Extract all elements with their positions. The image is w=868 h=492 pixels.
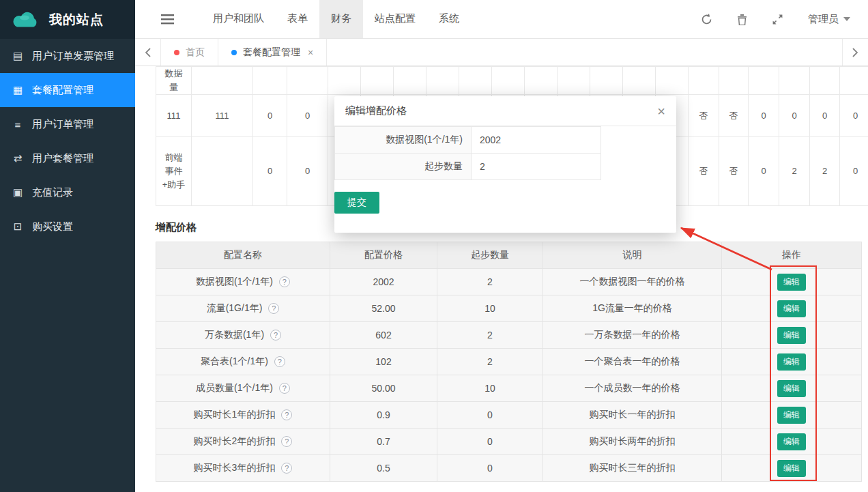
package-icon: ▦ xyxy=(11,84,25,96)
fullscreen-button[interactable] xyxy=(772,14,783,25)
upper-table-cell: 否 xyxy=(689,137,719,206)
upper-table-cell xyxy=(623,67,656,95)
upper-table-cell xyxy=(656,67,689,95)
sidebar-item-label: 用户订单发票管理 xyxy=(32,50,114,63)
nav-site-config[interactable]: 站点配置 xyxy=(363,0,427,38)
config-desc: 购买时长一年的折扣 xyxy=(543,402,722,429)
list-icon: ≡ xyxy=(11,119,25,130)
start-qty: 0 xyxy=(437,402,543,429)
sidebar-item-package-config[interactable]: ▦ 套餐配置管理 xyxy=(0,73,135,107)
sidebar-item-user-package[interactable]: ⇄ 用户套餐管理 xyxy=(0,141,135,175)
submit-button[interactable]: 提交 xyxy=(334,192,379,214)
config-desc: 1G流量一年的价格 xyxy=(543,295,722,322)
upper-table-cell: 否 xyxy=(719,95,749,137)
cloud-logo-icon xyxy=(11,10,41,30)
config-price: 2002 xyxy=(330,269,437,295)
upper-table-cell: 0 xyxy=(779,95,810,137)
topbar-actions: 管理员 xyxy=(701,13,850,26)
sidebar-item-user-order[interactable]: ≡ 用户订单管理 xyxy=(0,107,135,141)
tabs-scroll-right-button[interactable] xyxy=(842,39,868,66)
clear-cache-button[interactable] xyxy=(737,14,747,25)
nav-system[interactable]: 系统 xyxy=(427,0,471,38)
help-icon[interactable]: ? xyxy=(281,409,292,420)
price-table-row: 购买时长1年的折扣 ? 0.9 0 购买时长一年的折扣 编辑 xyxy=(156,402,862,429)
price-table-row: 购买时长2年的折扣 ? 0.7 0 购买时长两年的折扣 编辑 xyxy=(156,429,862,455)
config-desc: 一个数据视图一年的价格 xyxy=(543,269,722,295)
upper-table-cell: 0 xyxy=(253,137,287,206)
upper-table-cell xyxy=(719,67,749,95)
modal-close-icon[interactable]: × xyxy=(657,104,665,118)
price-table-header: 配置名称 配置价格 起步数量 说明 操作 xyxy=(156,242,862,269)
start-qty: 2 xyxy=(437,322,543,349)
config-desc: 一万条数据一年的价格 xyxy=(543,322,722,349)
upper-table-cell xyxy=(840,67,868,95)
site-name: 我的站点 xyxy=(49,11,104,29)
price-input[interactable] xyxy=(472,127,601,153)
sidebar-item-label: 用户套餐管理 xyxy=(32,152,93,165)
tab-home[interactable]: 首页 xyxy=(161,39,218,66)
nav-forms[interactable]: 表单 xyxy=(276,0,319,38)
refresh-button[interactable] xyxy=(701,14,712,25)
upper-table-row: 数据量 xyxy=(156,67,868,95)
upper-table-cell: 0 xyxy=(840,95,868,137)
upper-table-cell: 0 xyxy=(810,95,840,137)
upper-table-cell xyxy=(192,67,253,95)
config-price: 50.00 xyxy=(330,375,437,402)
config-desc: 一个聚合表一年的价格 xyxy=(543,349,722,375)
start-qty: 10 xyxy=(437,295,543,322)
sidebar-item-recharge-record[interactable]: ▣ 充值记录 xyxy=(0,175,135,209)
edit-button[interactable]: 编辑 xyxy=(777,380,806,397)
config-name: 数据视图(1个/1年) xyxy=(196,276,273,288)
sidebar-item-purchase-settings[interactable]: ⊡ 购买设置 xyxy=(0,209,135,244)
upper-table-cell xyxy=(749,67,779,95)
edit-button[interactable]: 编辑 xyxy=(777,353,806,371)
upper-table-cell: 否 xyxy=(719,137,749,206)
edit-button[interactable]: 编辑 xyxy=(777,460,806,477)
edit-button[interactable]: 编辑 xyxy=(777,274,806,291)
edit-button[interactable]: 编辑 xyxy=(777,433,806,450)
upper-table-cell xyxy=(328,67,361,95)
upper-table-cell xyxy=(558,67,590,95)
start-qty-input[interactable] xyxy=(472,154,601,179)
upper-table-cell: 111 xyxy=(156,95,192,137)
config-price: 602 xyxy=(330,322,437,349)
help-icon[interactable]: ? xyxy=(281,436,292,447)
sidebar-toggle-button[interactable] xyxy=(161,14,174,25)
edit-button[interactable]: 编辑 xyxy=(777,407,806,424)
help-icon[interactable]: ? xyxy=(281,463,292,474)
help-icon[interactable]: ? xyxy=(274,356,285,367)
upper-table-cell: 111 xyxy=(192,95,253,137)
modal-form: 数据视图(1个/1年) 起步数量 xyxy=(334,126,601,180)
upper-table-cell xyxy=(810,67,840,95)
edit-button[interactable]: 编辑 xyxy=(777,300,806,317)
help-icon[interactable]: ? xyxy=(279,383,290,394)
upper-table-cell: 0 xyxy=(749,95,779,137)
refresh-icon xyxy=(701,14,712,25)
sidebar-item-user-order-invoice[interactable]: ▤ 用户订单发票管理 xyxy=(0,39,135,73)
edit-button[interactable]: 编辑 xyxy=(777,327,806,344)
config-name: 购买时长1年的折扣 xyxy=(194,409,276,421)
admin-dropdown[interactable]: 管理员 xyxy=(808,13,850,26)
upper-table-cell xyxy=(426,67,459,95)
config-name: 购买时长2年的折扣 xyxy=(194,435,276,448)
nav-label: 财务 xyxy=(331,12,351,25)
tab-package-config[interactable]: 套餐配置管理 × xyxy=(218,39,327,66)
nav-users-teams[interactable]: 用户和团队 xyxy=(201,0,276,38)
upper-table-cell xyxy=(192,137,253,206)
help-icon[interactable]: ? xyxy=(268,303,279,314)
col-header-desc: 说明 xyxy=(543,242,722,269)
tabs-scroll-left-button[interactable] xyxy=(135,39,161,66)
sidebar-item-label: 充值记录 xyxy=(32,186,73,199)
start-qty: 2 xyxy=(437,269,543,295)
upper-table-cell: 0 xyxy=(287,137,328,206)
upper-table-cell xyxy=(287,67,328,95)
nav-finance[interactable]: 财务 xyxy=(319,0,363,38)
site-logo[interactable]: 我的站点 xyxy=(0,0,135,39)
tab-close-icon[interactable]: × xyxy=(308,47,313,58)
help-icon[interactable]: ? xyxy=(270,330,281,341)
upper-table-cell: 0 xyxy=(253,95,287,137)
config-name: 流量(1G/1年) xyxy=(207,302,263,315)
sidebar-item-label: 购买设置 xyxy=(32,220,73,233)
price-table-row: 万条数据(1年) ? 602 2 一万条数据一年的价格 编辑 xyxy=(156,322,862,349)
help-icon[interactable]: ? xyxy=(279,276,290,287)
